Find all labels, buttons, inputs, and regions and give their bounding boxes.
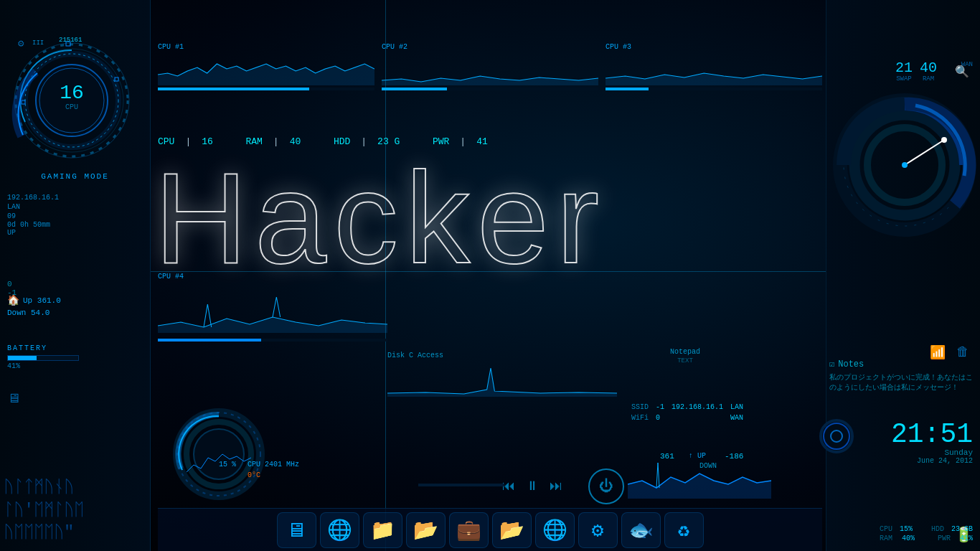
bsr-hdd-label: HDD (931, 525, 944, 533)
net-down-row: Down 54.0 (7, 309, 143, 317)
net-down-num: -186 (725, 452, 743, 461)
svg-text:III: III (32, 39, 44, 47)
battery-bar (7, 355, 79, 361)
uptime: 0d 0h 50mm UP (7, 221, 50, 237)
cpu3-label: CPU #3 (606, 43, 822, 51)
swap-ram: 21 SWAP 40 RAM (895, 61, 937, 83)
top-right-icons: 📶 🗑 (930, 344, 969, 360)
svg-point-34 (194, 429, 244, 479)
wifi-section: SSID -1 192.168.16.1 LAN WiFi 0 WAN (628, 402, 747, 423)
taskbar-item-folder3[interactable]: 📂 (492, 512, 532, 548)
cpu3-bar-fill (606, 88, 649, 90)
taskbar-item-folder2[interactable]: 📂 (406, 512, 446, 548)
svg-point-27 (941, 137, 947, 143)
taskbar-item-settings[interactable]: ⚙ (578, 512, 618, 548)
swap-item: 21 SWAP (895, 61, 913, 83)
cpu2-bar-fill (382, 88, 447, 90)
cpu4-section: CPU #4 (158, 273, 387, 342)
wifi-table: SSID -1 192.168.16.1 LAN WiFi 0 WAN (628, 402, 747, 423)
svg-marker-15 (158, 64, 374, 85)
monitor-icon: 🖥 (7, 391, 20, 406)
cpu1-graph-block: CPU #1 (158, 43, 374, 90)
bsr-ram-label: RAM (880, 534, 892, 542)
taskbar-item-folder1[interactable]: 📁 (363, 512, 402, 548)
cpu2-canvas (382, 53, 598, 85)
stats-hdd-val: 23 G (377, 136, 400, 147)
cpu-pct-info: 15 % (219, 461, 236, 468)
notes-section: ☑ Notes 私のプロジェクトがついに完成！あなたはこのようにしたい場合は私に… (829, 359, 973, 393)
taskbar-item-browser[interactable]: 🌐 (320, 512, 359, 548)
bsr-pwr-label: PWR (938, 534, 951, 542)
taskbar-item-monitor[interactable]: 🖥 (277, 512, 316, 548)
bsr-cpu-label: CPU (880, 525, 892, 533)
net-up-arrow: ↑ UP (689, 452, 706, 460)
notepad-section: Notepad TEXT (624, 348, 746, 364)
lan-ip: 192.168.16.1 (7, 194, 59, 202)
bsr-hdd-val: 23 GB (951, 525, 973, 533)
media-controls: ⏮ ⏸ ⏭ (502, 479, 562, 494)
uptime-label: UP (7, 229, 50, 237)
cpu3-bar (606, 88, 822, 90)
bsr-ram: RAM 40% PWR 41% (880, 534, 973, 542)
stats-cpu-label: CPU (158, 136, 174, 147)
trash-icon[interactable]: 🗑 (956, 344, 969, 360)
left-panel: 16 CPU ⚙ III 215161 GAMING MODE 192.168.… (0, 0, 151, 551)
swap-val: 21 (895, 61, 913, 75)
right-panel: 21 SWAP 40 RAM WAN 🔍 (826, 0, 980, 551)
battery-bar-fill (8, 356, 37, 360)
freq-info: CPU 2401 MHz (248, 461, 299, 468)
taskbar: 🖥 🌐 📁 📂 💼 📂 🌐 ⚙ 🐟 ♻ (158, 508, 822, 551)
cpu1-label: CPU #1 (158, 43, 374, 51)
net-down-val: Down 54.0 (7, 309, 50, 317)
taskbar-item-globe[interactable]: 🌐 (535, 512, 575, 548)
svg-marker-20 (628, 474, 771, 499)
power-button[interactable]: ⏻ (588, 468, 624, 504)
lan-label: LAN (7, 203, 59, 211)
battery-pct: 41% (7, 362, 143, 370)
cpu3-canvas (606, 53, 822, 85)
cpu4-label: CPU #4 (158, 273, 387, 281)
home-icon: 🏠 (7, 294, 19, 306)
wifi-label: WiFi (628, 413, 652, 423)
wifi-icon[interactable]: 📶 (930, 344, 946, 360)
net-up-val: Up 361.0 (23, 296, 61, 305)
next-button[interactable]: ⏭ (550, 479, 562, 494)
notes-header: ☑ Notes (829, 359, 973, 369)
cpu4-bar-fill (158, 339, 261, 342)
alien-text: ᚢᛚᛏᛗᚢᚾᚢ ᛚᚢ'ᛖᛗᛚᚢᛖ ᚢᛖᛖᛖᛖᚢ" (4, 476, 84, 544)
bsr-ram-val: 40% (902, 534, 915, 542)
cpu1-bar-fill (158, 88, 309, 90)
taskbar-item-recycle[interactable]: ♻ (664, 512, 704, 548)
svg-point-29 (824, 423, 849, 449)
disk-section: Disk C Access C: (387, 352, 617, 400)
taskbar-item-fish[interactable]: 🐟 (621, 512, 661, 548)
svg-marker-17 (606, 73, 822, 85)
net-up-num: 361 (660, 452, 674, 461)
svg-text:CPU: CPU (65, 103, 78, 111)
cpu2-graph-block: CPU #2 (382, 43, 598, 90)
ssid-val: -1 (652, 402, 668, 413)
net-up-row: 🏠 Up 361.0 (7, 294, 143, 306)
stats-pwr-val: 41 (476, 136, 488, 147)
svg-text:16: 16 (60, 82, 84, 104)
battery-section: BATTERY 41% (7, 344, 143, 370)
search-icon[interactable]: 🔍 (955, 65, 969, 79)
notes-text: 私のプロジェクトがついに完成！あなたはこのようにしたい場合は私にメッセージ！ (829, 373, 973, 393)
disk-label: Disk C Access (387, 352, 617, 359)
play-button[interactable]: ⏸ (526, 479, 539, 494)
notes-title: Notes (838, 359, 864, 369)
clock-section: 21:51 Sunday June 24, 2012 (891, 421, 973, 465)
bsr-cpu: CPU 15% HDD 23 GB (880, 525, 973, 533)
lan-sub: 09 (7, 212, 59, 220)
notes-check-icon: ☑ (829, 359, 834, 369)
net-down-label: DOWN (699, 462, 717, 470)
wifi-val: 0 (652, 413, 668, 423)
stats-pwr-label: PWR (433, 136, 449, 147)
gaming-mode-label: GAMING MODE (41, 172, 109, 181)
cpu2-bar (382, 88, 598, 90)
taskbar-item-case[interactable]: 💼 (449, 512, 489, 548)
cpu-top-row: CPU #1 CPU #2 (158, 43, 822, 90)
cpu1-canvas (158, 53, 374, 85)
volume-slider[interactable] (418, 484, 504, 486)
cpu4-bar (158, 339, 387, 342)
